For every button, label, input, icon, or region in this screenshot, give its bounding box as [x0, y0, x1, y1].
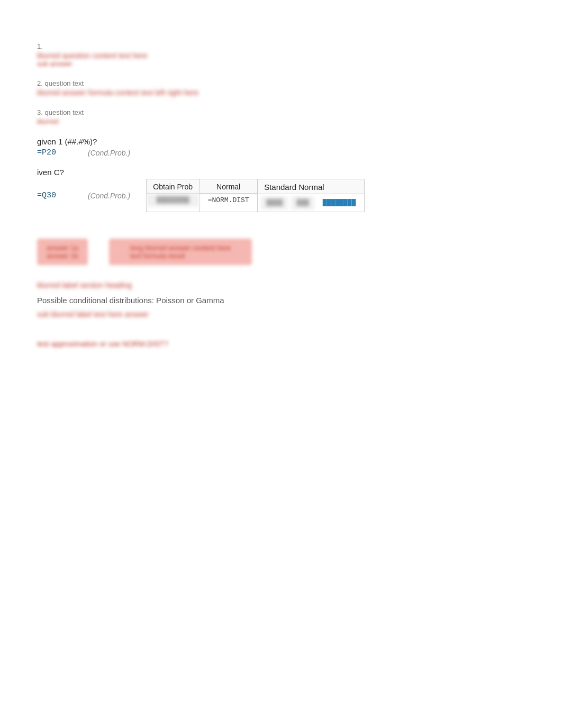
given1-cond-prob: (Cond.Prob.)	[88, 149, 130, 157]
ivenc-section: iven C? =Q30 (Cond.Prob.) Obtain Prob ██…	[37, 168, 530, 212]
prob-table: Obtain Prob ████████ Normal =NORM.DIST S…	[146, 179, 365, 212]
block2-content: blurred answer formula content text left…	[37, 88, 530, 97]
normal-formula-cell: =NORM.DIST	[200, 194, 257, 207]
lower-text: Possible conditional distributions: Pois…	[37, 296, 530, 305]
mid-section: answer 1a answer 1b long blurred answer …	[37, 239, 530, 265]
mid-box-2-content2: text formula result	[130, 252, 231, 260]
ivenc-cond-prob: (Cond.Prob.)	[88, 192, 130, 200]
block3-sub: blurred	[37, 117, 530, 125]
mid-box-1-line1: answer 1a	[47, 244, 78, 252]
blurred-block-2: 2. question text blurred answer formula …	[37, 79, 530, 97]
lower-sub-label: sub blurred label text here answer	[37, 310, 530, 319]
ivenc-row: =Q30 (Cond.Prob.) Obtain Prob ████████ N…	[37, 179, 530, 212]
ivenc-label: iven C?	[37, 168, 530, 177]
table-col-std-normal: Standard Normal ████ ███ ████████	[258, 179, 364, 212]
block1-label: 1.	[37, 42, 530, 50]
bottom-blurred: test approximation or use NORM.DIST?	[37, 340, 530, 348]
blurred-block-1: 1. blurred question content text here su…	[37, 42, 530, 68]
mid-box-2: long blurred answer content here text fo…	[109, 239, 252, 265]
table-col-normal: Normal =NORM.DIST	[200, 179, 258, 212]
std-cell-2: ███	[291, 196, 314, 210]
block2-label: 2. question text	[37, 79, 530, 87]
mid-box-2-content: long blurred answer content here	[130, 244, 231, 252]
mid-box-1-line2: answer 1b	[47, 252, 78, 260]
ivenc-formulas: =Q30 (Cond.Prob.)	[37, 191, 130, 200]
given1-label: given 1 (##.#%)?	[37, 137, 530, 146]
given1-formula: =P20	[37, 148, 56, 157]
block3-label: 3. question text	[37, 108, 530, 116]
page-content: 1. blurred question content text here su…	[0, 0, 562, 390]
std-normal-header: Standard Normal	[258, 179, 364, 194]
table-col-obtain: Obtain Prob ████████	[147, 179, 200, 212]
std-cell-1: ████	[261, 196, 288, 210]
obtain-header: Obtain Prob	[147, 179, 199, 194]
given1-row: =P20 (Cond.Prob.)	[37, 148, 530, 157]
normal-header: Normal	[200, 179, 257, 194]
given1-section: given 1 (##.#%)? =P20 (Cond.Prob.)	[37, 137, 530, 157]
lower-label-1: blurred label section heading	[37, 281, 530, 289]
blurred-block-3: 3. question text blurred	[37, 108, 530, 125]
ivenc-formula: =Q30	[37, 191, 56, 200]
obtain-cell-1: ████████	[147, 194, 199, 207]
lower-section: blurred label section heading Possible c…	[37, 281, 530, 319]
mid-box-1: answer 1a answer 1b	[37, 239, 88, 265]
std-cell-link[interactable]: ████████	[318, 196, 361, 210]
block1-sub: sub answer	[37, 60, 530, 68]
block1-content: blurred question content text here	[37, 51, 530, 60]
